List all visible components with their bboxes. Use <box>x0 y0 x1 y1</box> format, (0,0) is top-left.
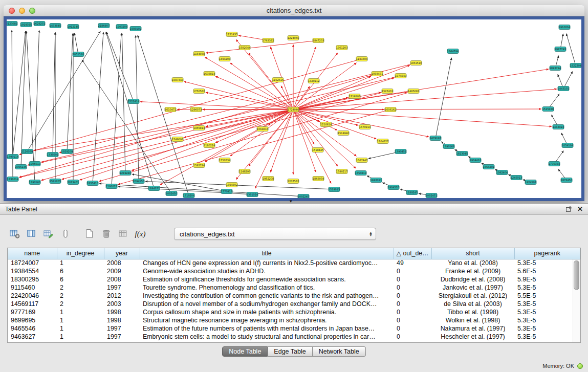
table-cell[interactable]: 0 <box>394 292 431 300</box>
table-row[interactable]: 946362711997Embryonic stem cells: a mode… <box>8 333 580 341</box>
graph-edge[interactable] <box>41 110 293 162</box>
table-cell[interactable]: Wolkin et al. (1998) <box>431 316 514 324</box>
column-header-short[interactable]: short <box>431 248 514 259</box>
graph-edge[interactable] <box>74 33 78 54</box>
table-cell[interactable]: Disruption of a novel member of a sodium… <box>140 300 394 308</box>
table-cell[interactable]: Tourette syndrome. Phenomenology and cla… <box>140 283 394 292</box>
scrollbar-thumb[interactable] <box>574 260 579 290</box>
table-cell[interactable]: 0 <box>394 324 431 333</box>
graph-node[interactable]: 1181604 <box>356 57 367 61</box>
graph-node[interactable]: 1549093 <box>172 137 183 142</box>
table-cell[interactable]: 22420046 <box>8 292 57 300</box>
graph-node[interactable]: 1606162 <box>385 107 396 112</box>
graph-node[interactable]: 1191023 <box>106 184 117 189</box>
table-cell[interactable]: Nakamura et al. (1997) <box>431 324 514 333</box>
graph-node[interactable]: 1064816 <box>257 127 268 132</box>
graph-edge[interactable] <box>215 110 293 143</box>
table-cell[interactable]: 9699695 <box>8 316 57 324</box>
graph-node[interactable]: 1851510 <box>410 61 422 65</box>
graph-node[interactable]: 1904410 <box>470 158 481 163</box>
graph-node[interactable]: 2051510 <box>73 52 84 57</box>
column-header-out-de[interactable]: △ out_de… <box>394 248 431 259</box>
table-row[interactable]: 1830029562008Estimation of significance … <box>8 275 580 283</box>
graph-node[interactable]: 1912145 <box>68 25 79 29</box>
graph-node[interactable]: 1724046 <box>288 107 299 112</box>
function-builder-button[interactable]: f(x) <box>134 227 147 240</box>
close-window-button[interactable] <box>9 8 15 14</box>
table-panel-titlebar[interactable]: Table Panel ✕ <box>0 204 588 215</box>
table-cell[interactable]: 9777169 <box>8 308 57 316</box>
graph-node[interactable]: 1319204 <box>183 193 194 198</box>
graph-node[interactable]: 1514940 <box>338 131 349 136</box>
table-cell[interactable]: 1998 <box>104 308 140 316</box>
graph-node[interactable]: 1054104 <box>562 143 573 148</box>
graph-node[interactable]: 1910204 <box>559 25 570 30</box>
table-row[interactable]: 977716911998Corpus callosum shape and si… <box>8 308 580 316</box>
table-cell[interactable]: 2 <box>57 283 104 292</box>
graph-edge[interactable] <box>293 110 552 126</box>
graph-node[interactable]: 2055135 <box>15 165 27 169</box>
graph-node[interactable]: 1989102 <box>130 27 141 31</box>
graph-edge[interactable] <box>27 31 100 151</box>
graph-node[interactable]: 1927743 <box>555 47 566 52</box>
graph-node[interactable]: 2094150 <box>133 179 144 184</box>
table-cell[interactable]: 5.5E-5 <box>514 292 580 300</box>
table-row[interactable]: 946554611997Estimation of the future num… <box>8 324 580 333</box>
table-row[interactable]: 969969511998Structural magnetic resonanc… <box>8 316 580 324</box>
graph-node[interactable]: 1835410 <box>87 181 98 186</box>
graph-node[interactable]: 1320212 <box>308 79 319 83</box>
graph-node[interactable]: 1390114 <box>7 155 18 159</box>
table-cell[interactable]: 2008 <box>104 259 140 267</box>
graph-edge[interactable] <box>230 63 293 110</box>
table-cell[interactable]: 49 <box>394 259 431 267</box>
graph-edge[interactable] <box>93 32 103 183</box>
graph-node[interactable]: 1433845 <box>50 24 61 28</box>
graph-node[interactable]: 1245013 <box>511 176 522 180</box>
table-cell[interactable]: 0 <box>394 267 431 275</box>
column-header-in-degree[interactable]: in_degree <box>57 248 104 259</box>
table-cell[interactable]: Embryonic stem cells: a model to study s… <box>140 333 394 341</box>
table-cell[interactable]: Stergiakouli et al. (2012) <box>431 292 514 300</box>
network-svg[interactable]: 1606162152743110934711181604196120318472… <box>7 19 581 198</box>
graph-edge[interactable] <box>27 31 35 182</box>
graph-node[interactable]: 1679197 <box>430 136 441 141</box>
table-cell[interactable]: 5.3E-5 <box>514 316 580 324</box>
table-cell[interactable]: 6 <box>57 267 104 275</box>
graph-node[interactable]: 1905013 <box>29 162 40 166</box>
graph-node[interactable]: 1590217 <box>336 169 347 174</box>
graph-node[interactable]: 1216103 <box>349 94 360 99</box>
table-cell[interactable]: Jankovic et al. (1997) <box>431 283 514 292</box>
table-cell[interactable]: Estimation of the future numbers of pati… <box>140 324 394 333</box>
table-vertical-scrollbar[interactable] <box>573 259 580 342</box>
graph-node[interactable]: 2186907 <box>98 24 110 28</box>
table-row[interactable]: 1938455462009Genome-wide association stu… <box>8 267 580 275</box>
graph-node[interactable]: 1224056 <box>288 36 299 40</box>
graph-edge[interactable] <box>435 58 451 138</box>
graph-edge[interactable] <box>293 109 541 110</box>
graph-edge[interactable] <box>206 40 318 53</box>
table-cell[interactable]: 1 <box>57 324 104 333</box>
table-cell[interactable]: 6 <box>57 275 104 283</box>
graph-node[interactable]: 1104627 <box>377 139 388 144</box>
table-cell[interactable]: 5.3E-5 <box>514 333 580 341</box>
tab-edge-table[interactable]: Edge Table <box>268 346 312 357</box>
graph-node[interactable]: 2126059 <box>21 149 33 154</box>
graph-edge[interactable] <box>112 33 121 186</box>
table-cell[interactable]: Genome-wide association studies in ADHD. <box>140 267 394 275</box>
graph-node[interactable]: 1210614 <box>320 122 332 127</box>
table-cell[interactable]: 1 <box>57 333 104 341</box>
table-cell[interactable]: Yano et al. (2008) <box>431 259 514 267</box>
graph-node[interactable]: 1148293 <box>239 169 250 174</box>
table-cell[interactable]: 18724007 <box>8 259 57 267</box>
graph-node[interactable]: 1189245 <box>406 190 418 195</box>
table-cell[interactable]: 0 <box>394 333 431 341</box>
graph-edge[interactable] <box>79 110 293 180</box>
table-cell[interactable]: 5.3E-5 <box>514 324 580 333</box>
create-column-button[interactable] <box>42 227 55 240</box>
table-cell[interactable]: 2 <box>57 300 104 308</box>
graph-node[interactable]: 2013401 <box>68 180 79 185</box>
graph-edge[interactable] <box>270 110 293 172</box>
minimize-window-button[interactable] <box>19 8 25 14</box>
table-cell[interactable]: Dudbridge et al. (2008) <box>431 275 514 283</box>
table-row[interactable]: 911546021997Tourette syndrome. Phenomeno… <box>8 283 580 292</box>
